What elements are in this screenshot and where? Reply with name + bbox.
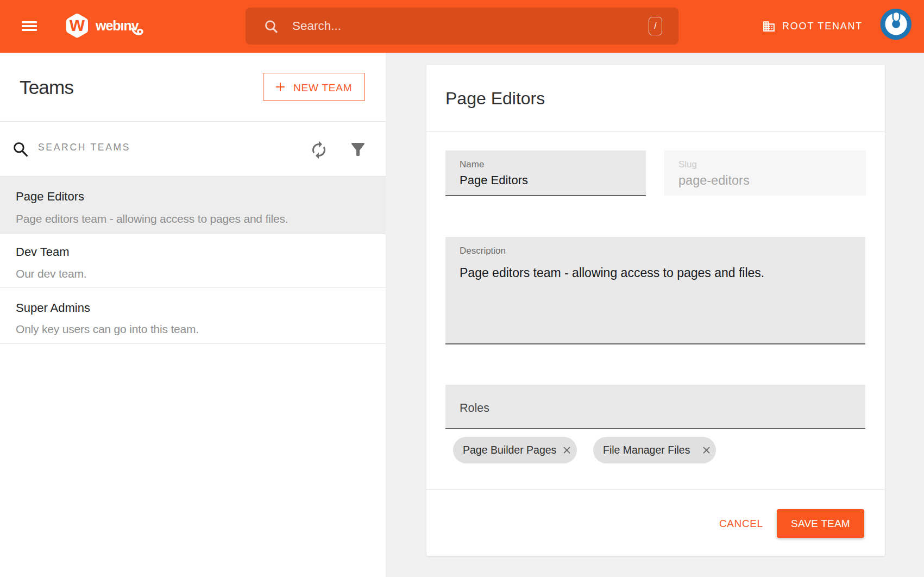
svg-text:w: w bbox=[69, 13, 85, 35]
